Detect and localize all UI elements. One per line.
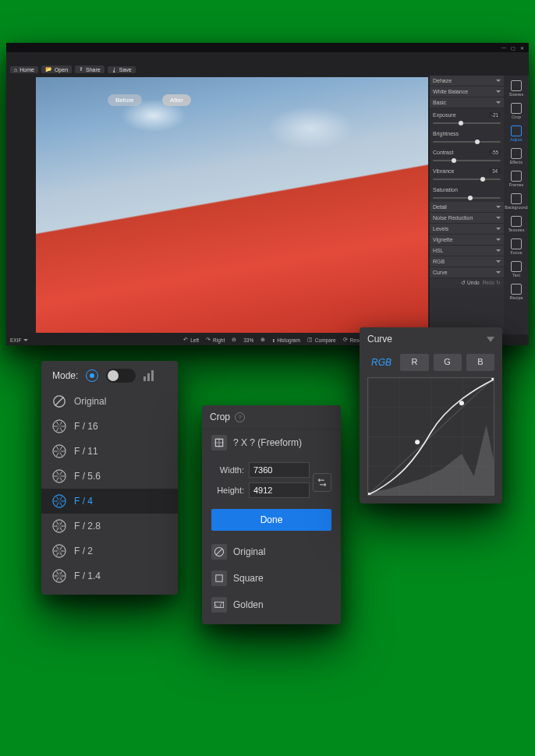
- adj-section-levels[interactable]: Levels: [430, 224, 504, 235]
- svg-line-6: [56, 428, 58, 431]
- curve-tab-rgb[interactable]: RGB: [367, 354, 395, 371]
- aperture-label: Original: [74, 396, 106, 407]
- curve-control-point[interactable]: [459, 401, 464, 405]
- aperture-icon: [52, 569, 66, 583]
- adj-section-white balance[interactable]: White Balance: [430, 87, 504, 97]
- window-titlebar: — ▢ ✕: [6, 43, 529, 52]
- rail-item-scenes[interactable]: Scenes: [506, 79, 526, 98]
- svg-point-11: [57, 449, 62, 454]
- slider-exposure[interactable]: [433, 121, 501, 125]
- rail-item-recipe[interactable]: Recipe: [506, 282, 526, 302]
- adj-section-label: Detail: [433, 204, 447, 210]
- save-button[interactable]: ⭳ Save: [108, 66, 136, 73]
- aperture-f2[interactable]: F / 2: [41, 539, 178, 563]
- zoom-level[interactable]: 33%: [243, 337, 253, 343]
- slider-knob[interactable]: [459, 121, 463, 125]
- rail-item-adjust[interactable]: Adjust: [506, 124, 526, 143]
- aperture-f56[interactable]: F / 5.6: [41, 464, 178, 489]
- slider-knob[interactable]: [452, 158, 456, 163]
- before-pill[interactable]: Before: [108, 94, 142, 106]
- slider-knob[interactable]: [475, 140, 480, 144]
- chevron-down-icon: [496, 238, 501, 241]
- home-button[interactable]: ⌂ Home: [10, 66, 38, 73]
- undo-button[interactable]: ↺ Undo: [461, 280, 479, 286]
- done-button[interactable]: Done: [211, 509, 331, 531]
- rail-item-background[interactable]: Background: [506, 192, 526, 211]
- adj-section-label: Vignette: [433, 237, 453, 242]
- slider-contrast[interactable]: [433, 158, 501, 163]
- aperture-original[interactable]: Original: [41, 389, 178, 414]
- crop-preset-original[interactable]: Original: [202, 539, 341, 565]
- adj-section-basic[interactable]: Basic: [430, 97, 504, 108]
- adj-section-rgb[interactable]: RGB: [430, 256, 504, 267]
- rail-item-frames[interactable]: Frames: [506, 169, 526, 189]
- image-canvas[interactable]: Before After: [36, 77, 428, 333]
- rail-item-textures[interactable]: Textures: [506, 214, 526, 234]
- aperture-f4[interactable]: F / 4: [41, 489, 178, 514]
- zoom-in-button[interactable]: ⊕: [260, 337, 265, 343]
- rail-item-focus[interactable]: Focus: [506, 237, 526, 256]
- rotate-left-button[interactable]: ↶ Left: [183, 337, 199, 343]
- slider-knob[interactable]: [480, 177, 485, 182]
- crop-form: Width: Height:: [202, 456, 341, 504]
- aperture-f11[interactable]: F / 11: [41, 439, 178, 464]
- adj-section-noise reduction[interactable]: Noise Reduction: [430, 213, 504, 224]
- rail-label: Adjust: [510, 137, 522, 142]
- exif-button[interactable]: EXIF: [10, 337, 28, 343]
- curve-tab-r[interactable]: R: [400, 354, 428, 371]
- adj-section-curve[interactable]: Curve: [430, 267, 504, 278]
- photo-editor-window: — ▢ ✕ ⌂ Home 📂 Open ⇪ Share ⭳ Save Befor…: [6, 43, 529, 345]
- curve-tab-b[interactable]: B: [466, 354, 494, 371]
- slider-knob[interactable]: [468, 196, 473, 200]
- adj-section-vignette[interactable]: Vignette: [430, 235, 504, 246]
- window-min-icon[interactable]: —: [501, 45, 506, 50]
- rail-item-crop[interactable]: Crop: [506, 101, 526, 121]
- adj-section-detail[interactable]: Detail: [430, 202, 504, 213]
- window-close-icon[interactable]: ✕: [520, 45, 524, 51]
- mode-bars-icon[interactable]: [143, 370, 154, 381]
- curve-tab-g[interactable]: G: [434, 354, 462, 371]
- curve-chart[interactable]: [367, 377, 494, 496]
- width-input[interactable]: [249, 462, 310, 478]
- mode-toggle[interactable]: [106, 369, 136, 383]
- rotate-right-button[interactable]: ↷ Right: [206, 337, 225, 343]
- rail-item-text[interactable]: Text: [506, 260, 526, 279]
- swap-dims-button[interactable]: [313, 473, 331, 492]
- mode-radial-icon[interactable]: [86, 369, 98, 382]
- after-pill[interactable]: After: [162, 94, 191, 106]
- curve-control-point[interactable]: [415, 440, 420, 444]
- svg-line-5: [60, 428, 62, 431]
- rail-item-effects[interactable]: Effects: [506, 147, 526, 166]
- crop-preset-golden[interactable]: Golden: [202, 592, 341, 618]
- crop-freeform-row[interactable]: ? X ? (Freeform): [202, 429, 341, 456]
- adj-section-hsl[interactable]: HSL: [430, 246, 504, 256]
- rail-label: Focus: [511, 250, 523, 255]
- svg-line-9: [60, 422, 62, 425]
- aperture-f14[interactable]: F / 1.4: [41, 563, 178, 588]
- adj-contrast: Contrast-55: [430, 146, 504, 158]
- adjust-icon: [511, 125, 522, 136]
- crop-title-row: Crop ?: [202, 405, 341, 429]
- window-max-icon[interactable]: ▢: [511, 45, 516, 51]
- filter-icon[interactable]: [487, 337, 494, 342]
- aperture-f16[interactable]: F / 16: [41, 414, 178, 439]
- share-button[interactable]: ⇪ Share: [75, 65, 105, 73]
- height-input[interactable]: [249, 482, 310, 498]
- adj-saturation: Saturation: [430, 183, 504, 196]
- adj-section-label: Noise Reduction: [433, 215, 473, 221]
- histogram-button[interactable]: ⫿ Histogram: [272, 337, 300, 343]
- slider-vibrance[interactable]: [433, 177, 501, 182]
- redo-button[interactable]: Redo ↻: [483, 280, 501, 286]
- info-icon[interactable]: ?: [235, 412, 245, 422]
- svg-line-17: [60, 447, 62, 450]
- zoom-out-button[interactable]: ⊖: [232, 337, 236, 343]
- slider-brightness[interactable]: [433, 140, 501, 144]
- chevron-down-icon: [496, 217, 501, 219]
- open-button[interactable]: 📂 Open: [41, 65, 72, 73]
- slider-saturation[interactable]: [433, 196, 501, 200]
- crop-preset-square[interactable]: Square: [202, 565, 341, 592]
- adj-section-dehaze[interactable]: Dehaze: [430, 76, 504, 87]
- svg-line-1: [55, 397, 64, 406]
- aperture-f28[interactable]: F / 2.8: [41, 514, 178, 539]
- compare-button[interactable]: ◫ Compare: [307, 337, 336, 343]
